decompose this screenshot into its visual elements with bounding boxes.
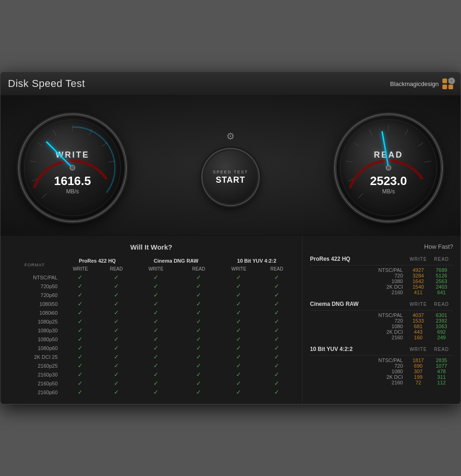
performance-groups: ProRes 422 HQWRITEREADNTSC/PAL4927768972… <box>310 254 453 385</box>
checkmark-icon: ✓ <box>274 318 279 325</box>
col-headers: WRITEREAD <box>407 302 453 307</box>
table-row: 1080p60✓✓✓✓✓✓ <box>8 344 295 352</box>
write-gauge-wrapper: WRITE 1616.5 MB/s <box>19 114 126 221</box>
checkmark-icon: ✓ <box>114 336 119 343</box>
checkmark-icon: ✓ <box>78 389 83 396</box>
perf-row-label: 720 <box>310 273 407 278</box>
checkmark-icon: ✓ <box>236 327 241 334</box>
check-cell: ✓ <box>133 379 178 388</box>
perf-read-value: 311 <box>430 374 453 380</box>
section-divider <box>310 355 453 356</box>
perf-data-row: 72015332392 <box>310 318 453 324</box>
checkmark-icon: ✓ <box>78 353 83 360</box>
check-cell: ✓ <box>61 344 99 352</box>
checkmark-icon: ✓ <box>153 389 158 396</box>
checkmark-icon: ✓ <box>153 371 158 378</box>
check-cell: ✓ <box>219 282 259 291</box>
perf-read-value: 2392 <box>430 318 453 324</box>
check-cell: ✓ <box>99 326 133 335</box>
perf-data-row: 2160160249 <box>310 335 453 340</box>
perf-read-value: 2563 <box>430 278 453 284</box>
check-cell: ✓ <box>133 388 178 397</box>
check-cell: ✓ <box>219 291 259 299</box>
table-row: 2160p50✓✓✓✓✓✓ <box>8 379 295 388</box>
checkmark-icon: ✓ <box>274 283 279 290</box>
check-cell: ✓ <box>178 379 219 388</box>
checkmark-icon: ✓ <box>78 318 83 325</box>
brand-icon-sq4 <box>448 85 453 89</box>
perf-write-value: 3284 <box>407 273 430 278</box>
read-gauge-unit: MB/s <box>382 188 395 195</box>
perf-group: ProRes 422 HQWRITEREADNTSC/PAL4927768972… <box>310 254 453 295</box>
checkmark-icon: ✓ <box>78 291 83 298</box>
table-row: 2160p60✓✓✓✓✓✓ <box>8 388 295 397</box>
checkmark-icon: ✓ <box>274 309 279 316</box>
read-col-header: READ <box>430 302 453 307</box>
check-cell: ✓ <box>259 308 295 317</box>
perf-write-value: 1642 <box>407 278 430 284</box>
perf-write-value: 443 <box>407 329 430 335</box>
checkmark-icon: ✓ <box>196 309 201 316</box>
checkmark-icon: ✓ <box>274 291 279 298</box>
perf-write-value: 72 <box>407 380 430 385</box>
check-cell: ✓ <box>219 326 259 335</box>
svg-line-0 <box>42 193 47 198</box>
svg-line-2 <box>30 161 37 162</box>
write-col-header: WRITE <box>407 257 430 262</box>
start-button[interactable]: SPEED TEST START <box>203 149 258 205</box>
checkmark-icon: ✓ <box>274 389 279 396</box>
perf-write-value: 681 <box>407 324 430 329</box>
gauge-section: WRITE 1616.5 MB/s ⚙ SPEED TEST START <box>0 96 461 235</box>
svg-line-13 <box>369 130 372 136</box>
checkmark-icon: ✓ <box>236 336 241 343</box>
read-gauge-wrapper: READ 2523.0 MB/s <box>335 114 442 221</box>
write-gauge-value: 1616.5 <box>54 174 91 188</box>
checkmark-icon: ✓ <box>196 327 201 334</box>
table-row: 1080i50✓✓✓✓✓✓ <box>8 299 295 308</box>
write-needle-center <box>70 165 75 171</box>
perf-data-row: 216072112 <box>310 380 453 385</box>
checkmark-icon: ✓ <box>78 362 83 369</box>
write-gauge: WRITE 1616.5 MB/s <box>19 114 126 221</box>
perf-write-value: 1817 <box>407 357 430 363</box>
checkmark-icon: ✓ <box>196 283 201 290</box>
table-row: 720p50✓✓✓✓✓✓ <box>8 282 295 291</box>
brand-name: Blackmagicdesign <box>390 80 439 87</box>
check-cell: ✓ <box>219 379 259 388</box>
check-cell: ✓ <box>61 299 99 308</box>
check-cell: ✓ <box>99 344 133 352</box>
brand-icon-sq3 <box>442 85 447 89</box>
check-cell: ✓ <box>259 344 295 352</box>
format-cell: 720p60 <box>8 291 61 299</box>
settings-icon[interactable]: ⚙ <box>226 131 235 142</box>
data-section: Will It Work? FORMAT ProRes 422 HQ Cinem… <box>0 235 461 404</box>
checkmark-icon: ✓ <box>274 336 279 343</box>
format-cell: 2160p25 <box>8 361 61 370</box>
table-row: 1080p50✓✓✓✓✓✓ <box>8 335 295 344</box>
check-cell: ✓ <box>133 352 178 361</box>
check-cell: ✓ <box>99 379 133 388</box>
checkmark-icon: ✓ <box>196 291 201 298</box>
check-cell: ✓ <box>61 317 99 326</box>
check-cell: ✓ <box>259 317 295 326</box>
table-row: 2160p25✓✓✓✓✓✓ <box>8 361 295 370</box>
format-cell: NTSC/PAL <box>8 273 61 282</box>
checkmark-icon: ✓ <box>78 274 83 281</box>
check-cell: ✓ <box>178 352 219 361</box>
close-button[interactable]: ✕ <box>448 78 455 84</box>
svg-line-15 <box>405 130 408 136</box>
cinema-dng-header: Cinema DNG RAW <box>133 257 219 265</box>
checkmark-icon: ✓ <box>274 274 279 281</box>
check-cell: ✓ <box>61 326 99 335</box>
checkmark-icon: ✓ <box>196 371 201 378</box>
checkmark-icon: ✓ <box>114 300 119 307</box>
checkmark-icon: ✓ <box>153 362 158 369</box>
check-cell: ✓ <box>219 344 259 352</box>
checkmark-icon: ✓ <box>196 300 201 307</box>
checkmark-icon: ✓ <box>274 344 279 351</box>
prores-read-header: READ <box>99 265 133 273</box>
checkmark-icon: ✓ <box>196 336 201 343</box>
perf-read-value: 641 <box>430 290 453 295</box>
check-cell: ✓ <box>178 361 219 370</box>
perf-data-row: 7206901077 <box>310 363 453 369</box>
